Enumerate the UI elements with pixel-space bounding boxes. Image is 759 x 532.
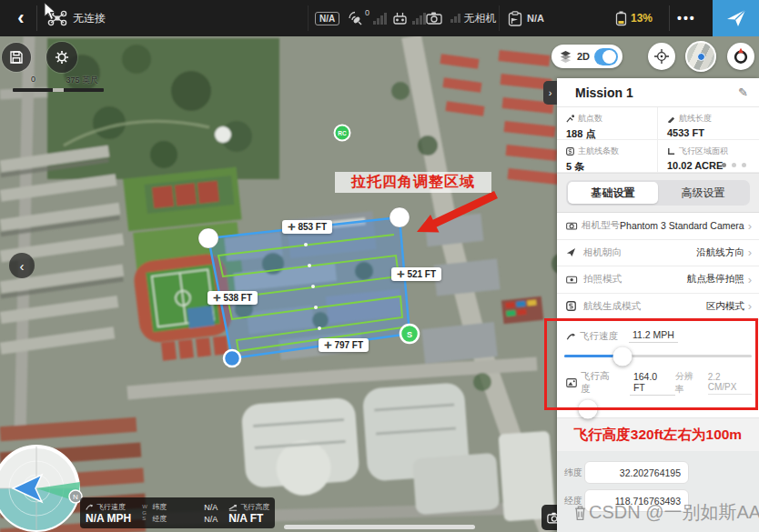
edit-mission-icon[interactable]: ✎: [738, 85, 748, 99]
row-camera-model[interactable]: 相机型号 Phantom 3 Standard Camera ›: [557, 213, 759, 240]
preflight-checklist[interactable]: N/A: [508, 0, 544, 36]
battery-icon: [615, 11, 627, 26]
speed-value-field[interactable]: 11.2 MPH: [629, 329, 678, 343]
start-point-marker[interactable]: S: [400, 325, 419, 343]
lat-label: 纬度: [564, 467, 584, 479]
telemetry-lng-label: 经度: [152, 514, 167, 524]
drag-icon: ✛: [397, 269, 404, 279]
corner-handle-bottomleft[interactable]: [224, 350, 240, 366]
checklist-icon: [508, 11, 522, 26]
resolution-value: 2.2 CM/PX: [708, 372, 752, 395]
minimap-button[interactable]: [685, 41, 716, 72]
back-chevron-icon: ‹: [17, 6, 24, 30]
satellite-icon: [348, 11, 364, 25]
mission-title: Mission 1: [575, 85, 738, 100]
wgs-label: WGS: [142, 504, 149, 523]
save-icon: [8, 49, 25, 65]
telemetry-speed-value: N/A MPH: [86, 512, 131, 525]
rc-signal-status[interactable]: [391, 0, 426, 36]
s-route-icon: [566, 147, 574, 156]
mission-panel: › Mission 1 ✎ 航点数 188 点 航线长度 4533 FT 主航线…: [557, 78, 759, 532]
drag-icon: ✛: [213, 293, 220, 303]
page-dots[interactable]: [722, 163, 746, 167]
divider: [308, 5, 309, 31]
heading-icon: [566, 247, 580, 257]
app-window: ‹ 无连接 N/A 0: [0, 0, 759, 532]
map-mode-2d-toggle[interactable]: 2D: [552, 45, 622, 68]
svg-text:RC: RC: [338, 130, 347, 136]
locate-me-button[interactable]: [648, 43, 675, 70]
compass-icon: [731, 46, 751, 66]
more-dots-icon: •••: [677, 11, 696, 25]
annotation-drag-note: 拉托四角调整区域: [335, 172, 491, 193]
home-indicator[interactable]: [284, 525, 475, 529]
altitude-slider[interactable]: [564, 407, 752, 410]
speed-slider-thumb[interactable]: [612, 346, 632, 366]
altitude-value-field[interactable]: 164.0 FT: [630, 371, 675, 396]
scale-start: 0: [31, 75, 35, 86]
tab-advanced-settings[interactable]: 高级设置: [658, 182, 748, 204]
photo-mode-icon: [566, 275, 580, 284]
more-menu-button[interactable]: •••: [677, 0, 696, 36]
stat-waypoints: 航点数 188 点: [557, 107, 658, 140]
map-scale: 0375 英尺: [13, 75, 104, 92]
row-route-mode[interactable]: 航线生成模式 区内模式 ›: [557, 294, 759, 321]
connection-status-label: 无连接: [73, 11, 106, 26]
camera-signal-bars-icon: [450, 14, 460, 23]
camera-status-label: 无相机: [464, 11, 497, 26]
rc-signal-bars-icon: [412, 13, 426, 25]
panel-collapse-button[interactable]: ›: [543, 81, 557, 105]
chevron-left-icon: ‹: [20, 258, 25, 274]
chevron-right-icon: ›: [748, 219, 752, 233]
corner-handle-topleft[interactable]: [198, 228, 218, 248]
scale-end: 375 英尺: [66, 75, 98, 86]
stat-area: 飞行区域面积 10.02 ACRE: [658, 140, 759, 173]
top-status-bar: ‹ 无连接 N/A 0: [0, 0, 759, 36]
divider: [499, 5, 500, 31]
drag-icon: ✛: [324, 340, 331, 350]
tab-basic-settings[interactable]: 基础设置: [568, 182, 658, 204]
telemetry-bar: 飞行速度 N/A MPH WGS 纬度N/A 经度N/A 飞行高度 N/A FT: [80, 497, 275, 528]
gps-signal-bars-icon: [373, 13, 387, 25]
airplane-icon: [725, 7, 747, 29]
row-photo-mode[interactable]: 拍照模式 航点悬停拍照 ›: [557, 266, 759, 294]
altitude-icon: [228, 503, 238, 511]
edge-length-top: ✛853 FT: [282, 220, 332, 234]
gps-count: 0: [365, 8, 369, 17]
collapse-left-button[interactable]: ‹: [9, 253, 35, 278]
speed-icon: [566, 332, 576, 341]
svg-text:N: N: [73, 493, 78, 501]
speed-icon: [86, 503, 94, 511]
map-settings-button[interactable]: [46, 42, 77, 73]
rc-home-marker[interactable]: RC: [335, 125, 350, 141]
area-icon: [667, 147, 675, 156]
camera-status[interactable]: 无相机: [426, 0, 497, 36]
save-mission-button[interactable]: [2, 43, 31, 72]
takeoff-button[interactable]: [713, 0, 759, 36]
altitude-slider-thumb[interactable]: [578, 399, 597, 418]
camera-icon: [426, 12, 443, 25]
latitude-input[interactable]: [584, 461, 689, 484]
altitude-label: 飞行高度: [581, 370, 619, 396]
divider: [669, 5, 670, 31]
stat-main-lines: 主航线条数 5 条: [557, 140, 658, 173]
stat-route-length: 航线长度 4533 FT: [658, 107, 759, 140]
camera-icon: [566, 221, 578, 230]
speed-slider[interactable]: [564, 355, 752, 357]
scale-bar: [13, 88, 104, 92]
compass-reset-button[interactable]: [727, 43, 754, 70]
telemetry-alt-label: 飞行高度: [240, 502, 269, 512]
row-camera-heading[interactable]: 相机朝向 沿航线方向 ›: [557, 240, 759, 267]
battery-status[interactable]: 13%: [615, 0, 653, 36]
corner-handle-topright[interactable]: [390, 207, 410, 227]
back-button[interactable]: ‹: [7, 0, 35, 36]
speed-label: 飞行速度: [580, 330, 618, 343]
drag-icon: ✛: [288, 222, 295, 232]
gear-icon: [53, 48, 71, 66]
toggle-2d-switch[interactable]: [594, 48, 618, 65]
annotation-altitude-note: 飞行高度320ft左右为100m: [557, 417, 759, 451]
gps-status[interactable]: 0: [348, 0, 387, 36]
mission-stats: 航点数 188 点 航线长度 4533 FT 主航线条数 5 条 飞行区域面积 …: [557, 107, 759, 174]
remote-controller-icon: [391, 12, 409, 25]
battery-percent: 13%: [631, 12, 653, 25]
